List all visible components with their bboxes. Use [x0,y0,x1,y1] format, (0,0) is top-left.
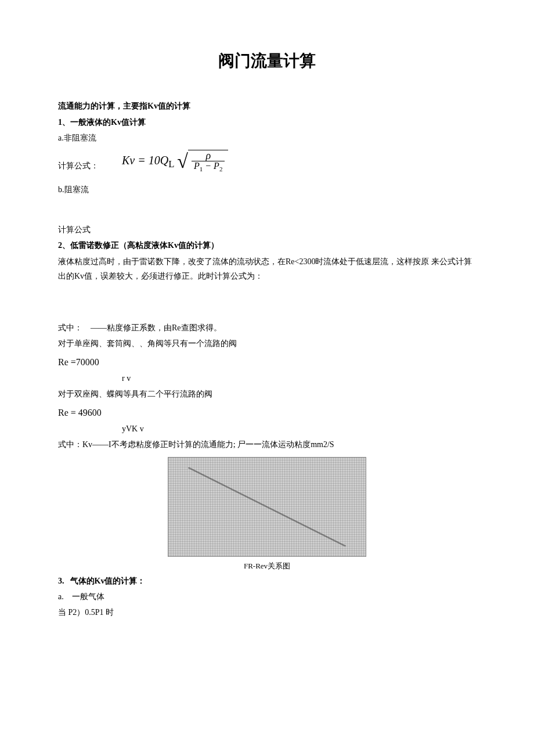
sec1-a-label: a.非阻塞流 [58,131,476,145]
calc-label-2: 计算公式 [58,222,476,237]
section-3-heading: 气体的Kv值的计算： [70,577,146,585]
frac-p2: P [214,161,219,171]
formula-row-1: 计算公式： Kν = 10QL √ ρ P1 − P2 [58,150,476,173]
formula-sub: L [168,159,174,170]
frac-p1: P [194,161,200,171]
section-3-line: 3.气体的Kv值的计算： [58,574,476,588]
sec1-b-label: b.阻塞流 [58,182,476,197]
calc-label-1: 计算公式： [58,159,99,173]
intro-line: 流通能力的计算，主要指Kv值的计算 [58,99,476,113]
sec2-note4: 式中：Kv——I不考虑粘度修正时计算的流通能力; 尸一一流体运动粘度mm2/S [58,437,476,452]
fraction: ρ P1 − P2 [188,150,228,173]
formula-1: Kν = 10QL √ ρ P1 − P2 [99,150,228,173]
spacer [58,285,476,319]
radical-symbol: √ [177,150,188,173]
formula-lhs: Kν = 10Q [122,154,168,167]
chart-caption: FR-Rev关系图 [58,559,476,573]
sec3-number: 3. [58,577,70,585]
document-page: 阀门流量计算 流通能力的计算，主要指Kv值的计算 1、一般液体的Kv值计算 a.… [0,0,534,656]
page-title: 阀门流量计算 [58,46,476,75]
sec3-condition: 当 P2）0.5P1 时 [58,605,476,620]
frac-s2: 2 [219,165,223,172]
chart-diagonal-line [188,467,346,546]
re-eq-1: Re =70000 [58,354,476,371]
sec3-a-label: a. 一般气体 [58,589,476,604]
section-1-heading: 1、一般液体的Kv值计算 [58,115,476,129]
spacer [58,198,476,221]
re-eq-1-sub: r v [58,371,476,386]
sqrt-icon: √ ρ P1 − P2 [177,150,228,173]
frac-numerator: ρ [202,150,214,161]
sec2-note1: 式中： ——粘度修正系数，由Re查图求得。 [58,321,476,335]
frac-minus: − [203,161,214,171]
frac-denominator: P1 − P2 [192,161,225,172]
fr-rev-chart [168,457,366,557]
re-eq-2-sub: yVK v [58,422,476,436]
sec2-note3: 对于双座阀、蝶阀等具有二个平行流路的阀 [58,387,476,401]
section-2-heading: 2、低雷诺数修正（高粘度液体Kv值的计算） [58,238,476,253]
sec2-body: 液体粘度过高时，由于雷诺数下降，改变了流体的流动状态，在Re<2300时流体处于… [58,254,476,283]
sec2-note2: 对于单座阀、套筒阀、、角阀等只有一个流路的阀 [58,336,476,351]
re-eq-2: Re = 49600 [58,405,476,422]
